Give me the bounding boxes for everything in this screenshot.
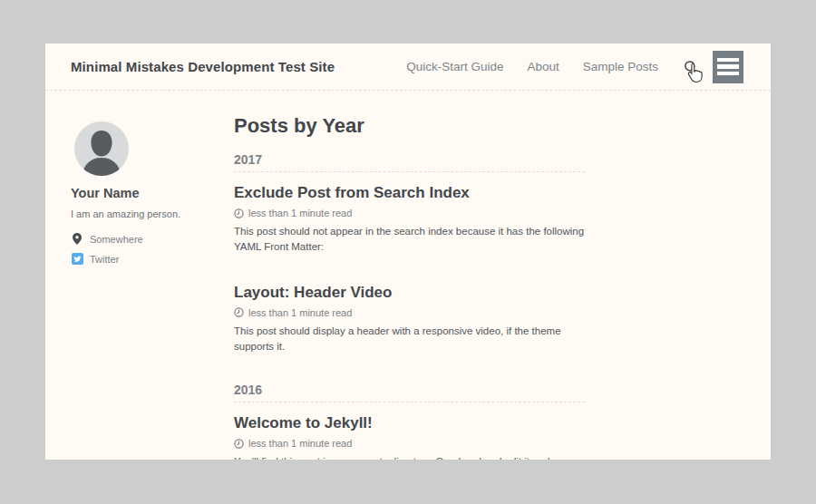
post-meta: less than 1 minute read [234, 307, 585, 318]
year-section-2017: 2017 Exclude Post from Search Index less… [234, 152, 585, 354]
clock-icon [234, 208, 244, 218]
post-meta: less than 1 minute read [234, 438, 585, 449]
post-item: Welcome to Jekyll! less than 1 minute re… [234, 414, 585, 460]
post-excerpt: This post should display a header with a… [234, 324, 585, 355]
author-location: Somewhere [71, 233, 234, 245]
author-links: Somewhere Twitter [71, 233, 234, 265]
post-title[interactable]: Layout: Header Video [234, 284, 585, 302]
read-time: less than 1 minute read [248, 438, 352, 449]
read-time: less than 1 minute read [248, 307, 352, 318]
post-meta: less than 1 minute read [234, 208, 585, 218]
hamburger-bar [717, 72, 739, 76]
hamburger-bar [717, 58, 739, 63]
twitter-label: Twitter [90, 254, 119, 265]
primary-nav: Quick-Start Guide About Sample Posts [383, 51, 743, 83]
nav-about[interactable]: About [527, 60, 559, 73]
read-time: less than 1 minute read [248, 208, 352, 218]
site-page: Minimal Mistakes Development Test Site Q… [45, 44, 771, 460]
hamburger-bar [717, 64, 739, 69]
year-heading: 2016 [234, 383, 585, 402]
author-sidebar: Your Name I am an amazing person. Somewh… [71, 91, 234, 460]
avatar [74, 121, 129, 176]
post-item: Layout: Header Video less than 1 minute … [234, 284, 585, 355]
author-bio: I am an amazing person. [71, 208, 234, 219]
hamburger-menu-button[interactable] [713, 51, 743, 83]
nav-sample-posts[interactable]: Sample Posts [583, 60, 658, 73]
post-title[interactable]: Exclude Post from Search Index [234, 184, 585, 202]
post-title[interactable]: Welcome to Jekyll! [234, 414, 585, 432]
author-name: Your Name [71, 186, 234, 200]
site-title[interactable]: Minimal Mistakes Development Test Site [71, 59, 335, 74]
content-area: Your Name I am an amazing person. Somewh… [45, 91, 771, 460]
author-twitter-link[interactable]: Twitter [71, 253, 234, 265]
search-icon[interactable] [684, 60, 698, 74]
year-section-2016: 2016 Welcome to Jekyll! less than 1 minu… [234, 383, 585, 460]
year-heading: 2017 [234, 152, 585, 172]
main-content: Posts by Year 2017 Exclude Post from Sea… [234, 91, 585, 460]
clock-icon [234, 307, 244, 317]
map-marker-icon [71, 233, 83, 245]
clock-icon [234, 439, 244, 449]
post-item: Exclude Post from Search Index less than… [234, 184, 585, 256]
post-excerpt: You’ll find this post in your _posts dir… [234, 454, 585, 460]
twitter-icon [71, 253, 83, 265]
post-excerpt: This post should not appear in the searc… [234, 224, 585, 256]
location-label: Somewhere [90, 234, 143, 245]
nav-quick-start-guide[interactable]: Quick-Start Guide [406, 60, 503, 73]
masthead: Minimal Mistakes Development Test Site Q… [45, 44, 771, 91]
page-title: Posts by Year [234, 114, 585, 138]
